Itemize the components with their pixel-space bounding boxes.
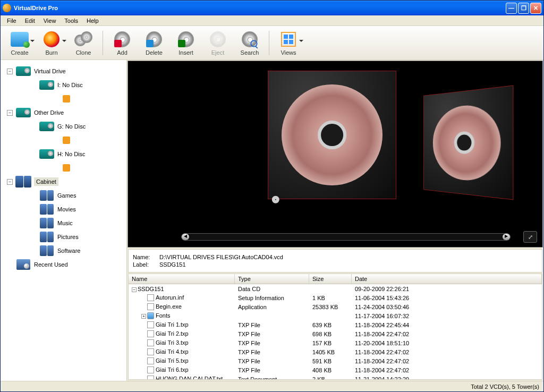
file-list-header[interactable]: Name Type Size Date [129,274,542,284]
file-row[interactable]: Giai Tri 4.txpTXP File1405 KB11-18-2004 … [129,347,542,356]
file-row[interactable]: HUONG DAN CAI DAT.txtText Document2 KB11… [129,374,542,379]
views-button[interactable]: Views [273,28,304,58]
menu-help[interactable]: Help [82,16,103,25]
file-icon [147,357,154,364]
file-row[interactable]: Giai Tri 1.txpTXP File639 KB11-18-2004 2… [129,320,542,329]
create-button[interactable]: Create [4,28,36,58]
burn-button[interactable]: Burn [36,28,67,58]
info-name-value: D:\VIRTUAL DRIVES FILES\Gt AutoCAD04.vcd [159,254,283,260]
tree-node[interactable]: I: No Disc [2,78,125,92]
tree-node[interactable]: Music [2,216,125,230]
titlebar[interactable]: VirtualDrive Pro — ❐ ✕ [1,1,543,15]
add-button[interactable]: Add [106,28,138,58]
tree-node[interactable]: −Virtual Drive [2,64,125,78]
drive-badge [2,133,125,147]
maximize-button[interactable]: ❐ [518,3,529,14]
file-row[interactable]: Giai Tri 6.txpTXP File408 KB11-18-2004 2… [129,365,542,374]
eject-icon [209,30,227,48]
menu-file[interactable]: File [3,16,21,25]
file-date: 11-06-2004 15:43:26 [352,294,542,302]
expand-icon[interactable]: − [7,179,13,185]
scroll-left-button[interactable]: ◀ [182,234,189,240]
column-type[interactable]: Type [235,274,309,284]
create-icon [11,30,29,48]
file-row[interactable]: Giai Tri 3.txpTXP File157 KB11-20-2004 1… [129,338,542,347]
disc-cover-next[interactable] [423,85,513,200]
file-row[interactable]: +Fonts11-17-2004 16:07:32 [129,311,542,320]
file-date: 09-20-2009 22:26:21 [352,285,542,293]
toolbar-label: Eject [211,49,224,56]
toolbar-label: Delete [146,49,163,56]
file-date: 11-20-2004 18:51:10 [352,339,542,347]
menu-tools[interactable]: Tools [60,16,82,25]
tree-node[interactable]: −Cabinet [2,175,125,189]
tree-node[interactable]: Games [2,189,125,202]
toolbar-label: Views [280,49,296,56]
column-size[interactable]: Size [309,274,352,284]
file-icon [147,367,154,373]
tree-node[interactable]: Movies [2,202,125,216]
minimize-button[interactable]: — [506,3,517,14]
file-size: 698 KB [309,330,352,338]
drive-badge [2,92,125,106]
preview-pane[interactable]: ◀ ▶ ⤢ [128,61,543,248]
file-icon [147,348,154,355]
views-icon [279,30,298,48]
tree-label: H: No Disc [57,151,86,157]
fullscreen-button[interactable]: ⤢ [523,231,537,243]
toolbar-separator [269,31,269,55]
info-name-key: Name: [133,254,159,260]
disc-icon [282,84,382,185]
file-row[interactable]: −SSDG151Data CD09-20-2009 22:26:21 [129,284,542,293]
drive-badge [2,161,125,175]
tree-node[interactable]: Pictures [2,230,125,244]
expand-icon[interactable]: − [7,110,13,116]
column-name[interactable]: Name [129,274,235,284]
cat-icon [38,217,55,229]
expand-icon[interactable]: − [7,69,13,74]
menu-view[interactable]: View [39,16,61,25]
tree-panel[interactable]: −Virtual DriveI: No Disc−Other DriveG: N… [1,60,127,381]
tree-label: Virtual Drive [34,68,66,74]
file-list: Name Type Size Date −SSDG151Data CD09-20… [128,274,542,380]
menu-edit[interactable]: Edit [21,16,39,25]
file-row[interactable]: Giai Tri 5.txpTXP File591 KB11-18-2004 2… [129,356,542,365]
file-row[interactable]: Begin.exeApplication25383 KB11-24-2004 0… [129,302,542,311]
expand-icon[interactable]: − [132,287,137,292]
file-list-body[interactable]: −SSDG151Data CD09-20-2009 22:26:21Autoru… [129,284,542,379]
delete-button[interactable]: Delete [138,28,170,58]
expand-icon[interactable]: + [141,314,146,319]
close-button[interactable]: ✕ [530,3,541,14]
file-date: 11-24-2004 03:50:46 [352,303,542,311]
cabinet-icon [15,175,32,188]
drive-icon [38,79,55,91]
tree-node[interactable]: Recent Used [2,258,125,271]
file-row[interactable]: Giai Tri 2.txpTXP File698 KB11-18-2004 2… [129,329,542,338]
preview-scrollbar[interactable]: ◀ ▶ [181,233,511,241]
file-size: 1 KB [309,294,352,302]
file-date: 11-18-2004 22:47:02 [352,330,542,338]
file-row[interactable]: Autorun.infSetup Information1 KB11-06-20… [129,293,542,302]
toolbar-separator [103,31,103,55]
file-icon [147,321,154,328]
file-date: 11-18-2004 22:47:02 [352,348,542,356]
tree-node[interactable]: H: No Disc [2,147,125,161]
drive-icon [38,148,55,160]
insert-button[interactable]: Insert [170,28,202,58]
disc-cover-main[interactable] [268,71,396,199]
dropdown-arrow-icon[interactable] [62,40,66,42]
column-date[interactable]: Date [352,274,542,284]
disc-icon [432,103,500,183]
clone-icon [74,30,92,48]
file-name: Giai Tri 2.txp [156,330,189,337]
tree-node[interactable]: −Other Drive [2,106,125,120]
app-icon [3,4,11,12]
dropdown-arrow-icon[interactable] [30,40,35,42]
file-type: Data CD [235,285,309,293]
tree-node[interactable]: Software [2,244,125,258]
search-button[interactable]: Search [234,28,266,58]
clone-button[interactable]: Clone [67,28,99,58]
tree-node[interactable]: G: No Disc [2,120,125,133]
dropdown-arrow-icon[interactable] [299,40,303,42]
scroll-right-button[interactable]: ▶ [503,234,510,240]
